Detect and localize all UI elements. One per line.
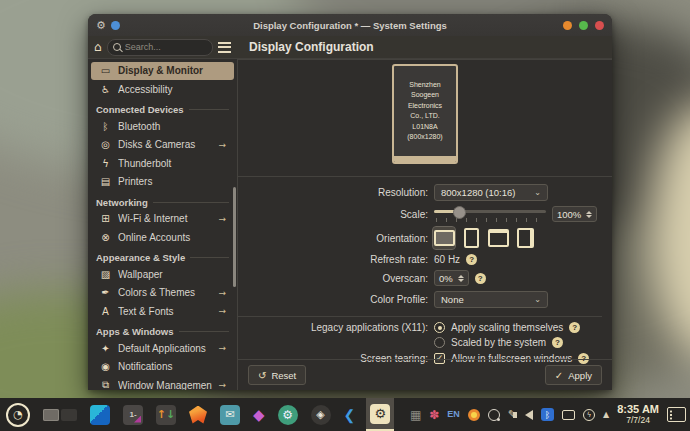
system-settings-task-active[interactable]: ⚙ <box>366 398 394 431</box>
sidebar-item-colors-themes[interactable]: ✒Colors & Themes→ <box>91 284 234 302</box>
sidebar-item-notifications[interactable]: ◉Notifications <box>91 358 234 376</box>
expand-tray-icon[interactable]: ▲ <box>603 411 609 419</box>
power-icon[interactable]: ϟ <box>583 409 595 421</box>
monitor-preview[interactable]: Shenzhen Soogeen Electronics Co., LTD. L… <box>392 64 458 164</box>
menu-icon[interactable] <box>218 42 231 53</box>
help-icon[interactable]: ? <box>466 254 477 265</box>
chevron-right-icon: → <box>218 380 226 390</box>
system-tray: ▦ ✽ EN ✎ ᛒ ϟ ▲ 8:35 AM 7/7/24 <box>410 404 686 424</box>
sidebar-scrollbar[interactable] <box>233 187 236 287</box>
sidebar-item-text-fonts[interactable]: AText & Fonts→ <box>91 302 234 320</box>
sidebar-item-default-applications[interactable]: ✦Default Applications→ <box>91 339 234 357</box>
color-profile-value: None <box>441 294 526 305</box>
section-divider <box>189 109 229 110</box>
sidebar-item-display-monitor[interactable]: ▭Display & Monitor <box>91 62 234 80</box>
legacy-apps-label: Legacy applications (X11): <box>238 322 428 333</box>
radio-button-icon[interactable] <box>434 322 445 333</box>
scale-row: Scale: 100% <box>238 206 602 222</box>
section-label: Appearance & Style <box>96 252 185 263</box>
help-icon[interactable]: ? <box>552 337 563 348</box>
keyboard-layout-indicator[interactable]: EN <box>447 410 460 419</box>
sidebar-item-online-accounts[interactable]: ⊗Online Accounts <box>91 228 234 246</box>
desktop-2[interactable] <box>61 409 77 421</box>
help-icon[interactable]: ? <box>475 273 486 284</box>
refresh-rate-value: 60 Hz <box>434 254 460 265</box>
sidebar-item-bluetooth[interactable]: ᛒBluetooth <box>91 117 234 135</box>
reset-icon: ↺ <box>258 370 266 381</box>
default-applications-icon: ✦ <box>99 343 112 354</box>
scale-slider[interactable] <box>434 206 546 222</box>
radio-apply-scaling-themselves[interactable]: Apply scaling themselves ? <box>434 322 580 333</box>
titlebar[interactable]: ⚙ Display Configuration * — System Setti… <box>88 14 612 36</box>
monitor-stand <box>394 156 456 162</box>
mail-app-task[interactable]: ✉ <box>218 398 242 431</box>
show-desktop-icon[interactable] <box>667 407 686 422</box>
orange-ring-icon[interactable] <box>468 409 480 421</box>
desktop-1[interactable] <box>43 409 59 421</box>
sidebar-item-label: Disks & Cameras <box>118 139 212 150</box>
header-row: ⌂ Display Configuration <box>88 36 612 59</box>
sidebar-item-wallpaper[interactable]: ▨Wallpaper <box>91 265 234 283</box>
close-button[interactable] <box>595 21 604 30</box>
transfer-app-task[interactable]: ↑↓ <box>154 398 178 431</box>
spin-arrows-icon[interactable] <box>458 275 464 282</box>
bluetooth-icon: ᛒ <box>99 121 112 132</box>
search-input[interactable] <box>125 42 207 52</box>
virtual-desktop-pager[interactable] <box>41 398 79 431</box>
app-launcher-button[interactable]: ◔ <box>4 398 32 431</box>
spin-arrows-icon[interactable] <box>586 211 592 218</box>
orientation-landscape-flipped-button[interactable] <box>487 227 509 249</box>
clock-widget[interactable]: 8:35 AM 7/7/24 <box>617 404 659 424</box>
sidebar-item-printers[interactable]: ▤Printers <box>91 173 234 191</box>
search-field[interactable] <box>107 39 213 56</box>
scale-spinbox[interactable]: 100% <box>552 206 597 222</box>
volume-icon[interactable] <box>525 410 533 420</box>
minimize-button[interactable] <box>563 21 572 30</box>
gem-app-task[interactable]: ◈ <box>309 398 333 431</box>
display-tray-icon[interactable] <box>562 410 575 420</box>
vscode-task[interactable]: ❮ <box>342 398 358 431</box>
flower-icon[interactable]: ✽ <box>429 409 439 421</box>
section-label: Connected Devices <box>96 104 184 115</box>
orientation-portrait-flipped-button[interactable] <box>514 227 536 249</box>
terminal-app-task[interactable]: 1- <box>121 398 145 431</box>
input-method-icon[interactable]: ▦ <box>410 409 421 421</box>
orientation-portrait-button[interactable] <box>460 227 482 249</box>
home-button[interactable]: ⌂ <box>94 41 102 53</box>
sidebar-item-wi-fi-internet[interactable]: ⊞Wi-Fi & Internet→ <box>91 210 234 228</box>
sidebar-section-networking: Networking <box>96 197 229 208</box>
apply-label: Apply <box>568 370 592 381</box>
overscan-spinbox[interactable]: 0% <box>434 270 469 286</box>
resolution-value: 800x1280 (10:16) <box>441 187 526 198</box>
radio-button-icon[interactable] <box>434 337 445 348</box>
sidebar-item-label: Bluetooth <box>118 121 226 132</box>
landscape-flipped-icon <box>488 229 509 247</box>
reset-button[interactable]: ↺ Reset <box>248 365 306 385</box>
sidebar-item-accessibility[interactable]: ♿Accessibility <box>91 80 234 98</box>
cube-app-task[interactable] <box>88 398 112 431</box>
app-launcher-icon: ◔ <box>6 403 30 427</box>
maximize-button[interactable] <box>579 21 588 30</box>
bluetooth-tray-icon[interactable]: ᛒ <box>541 408 554 421</box>
apply-button[interactable]: ✓ Apply <box>545 365 602 385</box>
window-management-icon: ⧉ <box>99 379 112 390</box>
sidebar-item-window-management[interactable]: ⧉Window Management→ <box>91 376 234 390</box>
sidebar-item-thunderbolt[interactable]: ϟThunderbolt <box>91 154 234 172</box>
display-configuration-panel: Shenzhen Soogeen Electronics Co., LTD. L… <box>237 59 612 390</box>
check-icon: ✓ <box>555 370 563 381</box>
sidebar-item-label: Display & Monitor <box>118 65 226 76</box>
blue-dot-icon[interactable] <box>111 21 120 30</box>
system-settings-window: ⚙ Display Configuration * — System Setti… <box>88 14 612 390</box>
help-icon[interactable]: ? <box>569 322 580 333</box>
browser-task[interactable] <box>187 398 209 431</box>
screen-capture-icon[interactable] <box>488 409 500 421</box>
orientation-landscape-button[interactable] <box>433 227 455 249</box>
notifications-icon: ◉ <box>99 361 112 372</box>
gear-app-task[interactable]: ⚙ <box>276 398 300 431</box>
crystal-app-task[interactable]: ◆ <box>251 398 267 431</box>
resolution-dropdown[interactable]: 800x1280 (10:16) ⌄ <box>434 184 548 201</box>
sidebar-item-disks-cameras[interactable]: ◎Disks & Cameras→ <box>91 136 234 154</box>
radio-scaled-by-system[interactable]: Scaled by the system ? <box>434 337 580 348</box>
portrait-flipped-icon <box>517 228 534 248</box>
color-profile-dropdown[interactable]: None ⌄ <box>434 291 548 308</box>
